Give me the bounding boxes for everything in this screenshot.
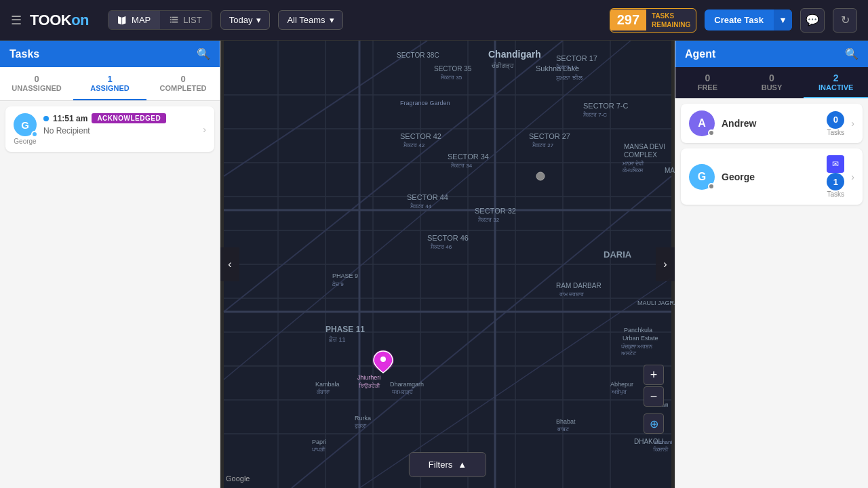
agent-message-icon[interactable]: ✉ <box>827 155 844 173</box>
app-logo: TOOKon <box>30 12 89 29</box>
filters-arrow-icon: ▲ <box>458 460 467 470</box>
svg-text:ਪਾਪੜੀ: ਪਾਪੜੀ <box>311 446 326 453</box>
svg-text:Urban Estate: Urban Estate <box>623 335 658 342</box>
svg-text:Dharamgarh: Dharamgarh <box>390 381 424 388</box>
svg-text:ਸੈਕਟਰ 27: ਸੈਕਟਰ 27 <box>532 142 554 148</box>
svg-text:ਸੈਕਟਰ 46: ਸੈਕਟਰ 46 <box>430 243 452 250</box>
chat-icon: 💬 <box>806 14 819 26</box>
svg-text:ਝਿਉੜਹੇੜੀ: ਝਿਉੜਹੇੜੀ <box>358 382 380 389</box>
tab-completed[interactable]: 0 COMPLETED <box>146 67 220 100</box>
svg-text:ਕਿਸ਼ਾਨੀ: ਕਿਸ਼ਾਨੀ <box>652 446 669 453</box>
svg-text:SECTOR 38C: SECTOR 38C <box>397 52 439 59</box>
svg-text:Fragrance Garden: Fragrance Garden <box>400 100 450 106</box>
task-expand-chevron[interactable]: › <box>203 124 206 135</box>
svg-text:ਸੈਕਟਰ 34: ਸੈਕਟਰ 34 <box>450 162 473 169</box>
svg-text:Papri: Papri <box>312 439 326 445</box>
svg-text:ਸੈਕਟਰ 35: ਸੈਕਟਰ 35 <box>440 74 462 81</box>
agent-tasks-badge: 0 Tasks <box>827 111 844 136</box>
tab-assigned[interactable]: 1 ASSIGNED <box>73 67 146 100</box>
svg-text:MAULI JAGRAN: MAULI JAGRAN <box>637 300 675 306</box>
agent-status-dot <box>708 183 715 190</box>
view-toggle: MAP LIST <box>108 10 212 30</box>
svg-text:PHASE 11: PHASE 11 <box>326 325 365 334</box>
map-nav-left-button[interactable]: ‹ <box>220 247 239 281</box>
tasks-remaining-label: TASKSREMAINING <box>646 9 696 32</box>
list-view-button[interactable]: LIST <box>160 11 211 29</box>
svg-text:SECTOR 46: SECTOR 46 <box>427 234 469 242</box>
agent-tasks-badge: ✉ 1 Tasks <box>827 155 844 198</box>
agent-tasks-label: Tasks <box>827 190 845 198</box>
map-container[interactable]: Sukhna Lake ਸੁਖ਼ਨਾ ਝੀਲ SECTOR 17 ਸੈਕਟਰ 1… <box>220 41 675 488</box>
svg-text:Bhabat: Bhabat <box>556 418 576 425</box>
agent-panel: Agent 🔍 0 FREE 0 BUSY 2 INACTIVE A <box>675 41 868 488</box>
agent-avatar-andrew: A <box>689 110 715 136</box>
map-zoom-controls: + − <box>644 365 664 407</box>
tasks-panel: Tasks 🔍 0 UNASSIGNED 1 ASSIGNED 0 COMPLE… <box>0 41 220 488</box>
logo-text: TOOKon <box>30 12 89 29</box>
main-layout: Tasks 🔍 0 UNASSIGNED 1 ASSIGNED 0 COMPLE… <box>0 41 868 488</box>
map-area: Sukhna Lake ਸੁਖ਼ਨਾ ਝੀਲ SECTOR 17 ਸੈਕਟਰ 1… <box>220 41 675 488</box>
svg-text:SECTOR 27: SECTOR 27 <box>529 132 570 140</box>
svg-text:ਸੈਕਟਰ 44: ਸੈਕਟਰ 44 <box>410 203 432 209</box>
tab-unassigned[interactable]: 0 UNASSIGNED <box>0 67 73 100</box>
svg-point-88 <box>380 357 386 362</box>
svg-text:Rurka: Rurka <box>355 415 371 422</box>
agent-tasks-count: 0 <box>827 111 844 129</box>
task-list: G George 11:51 am ACKNOWLEDGED No Recipi… <box>0 101 220 488</box>
filters-button[interactable]: Filters ▲ <box>409 452 486 477</box>
tasks-panel-title: Tasks <box>9 48 39 60</box>
svg-text:SECTOR 7-C: SECTOR 7-C <box>583 102 628 110</box>
zoom-in-button[interactable]: + <box>644 365 664 385</box>
svg-text:Abhepur: Abhepur <box>610 381 633 388</box>
map-svg: Sukhna Lake ਸੁਖ਼ਨਾ ਝੀਲ SECTOR 17 ਸੈਕਟਰ 1… <box>220 41 675 488</box>
all-teams-button[interactable]: All Teams ▾ <box>278 10 342 30</box>
agent-status-dot <box>708 129 715 136</box>
refresh-icon: ↻ <box>841 14 850 26</box>
locate-me-button[interactable]: ⊕ <box>644 413 664 434</box>
tasks-remaining-count: 297 <box>610 9 646 30</box>
agent-tabs: 0 FREE 0 BUSY 2 INACTIVE <box>675 67 868 98</box>
svg-text:ਚੰਡੀਗੜ੍ਹ: ਚੰਡੀਗੜ੍ਹ <box>491 62 514 70</box>
task-card[interactable]: G George 11:51 am ACKNOWLEDGED No Recipi… <box>5 106 214 152</box>
svg-text:SECTOR 17: SECTOR 17 <box>556 54 597 62</box>
svg-text:ਸੈਕਟਰ 17: ਸੈਕਟਰ 17 <box>555 64 578 70</box>
map-view-button[interactable]: MAP <box>108 11 160 29</box>
svg-text:SECTOR 32: SECTOR 32 <box>475 207 516 215</box>
task-info: 11:51 am ACKNOWLEDGED No Recipient <box>43 113 196 136</box>
hamburger-menu-icon[interactable]: ☰ <box>11 13 22 28</box>
tab-free-agents[interactable]: 0 FREE <box>675 67 740 98</box>
tasks-search-button[interactable]: 🔍 <box>197 47 210 60</box>
svg-text:SECTOR 44: SECTOR 44 <box>407 193 448 201</box>
chat-button[interactable]: 💬 <box>800 8 825 33</box>
svg-text:ਪੰਚਕੁਲਾ ਅਰਬਨ: ਪੰਚਕੁਲਾ ਅਰਬਨ <box>620 343 653 350</box>
agent-expand-chevron[interactable]: › <box>851 171 854 182</box>
svg-text:ਭਾਬਟ: ਭਾਬਟ <box>557 426 570 432</box>
create-task-button[interactable]: Create Task ▾ <box>705 9 792 30</box>
task-status-dot <box>43 116 49 121</box>
zoom-out-button[interactable]: − <box>644 386 664 407</box>
today-button[interactable]: Today ▾ <box>220 10 271 30</box>
agent-card[interactable]: G George ✉ 1 Tasks › <box>681 148 863 205</box>
svg-text:RAM DARBAR: RAM DARBAR <box>556 282 601 289</box>
svg-text:ਮਨਸਾ ਦੇਵੀ: ਮਨਸਾ ਦੇਵੀ <box>622 160 644 167</box>
agent-avatar-george: G <box>689 164 715 190</box>
topbar: ☰ TOOKon MAP LIST Today ▾ All Teams ▾ 29… <box>0 0 868 41</box>
svg-text:ਰੁੜਕਾ: ਰੁੜਕਾ <box>354 423 367 429</box>
refresh-button[interactable]: ↻ <box>833 8 857 33</box>
tasks-panel-header: Tasks 🔍 <box>0 41 220 67</box>
svg-text:SECTOR 42: SECTOR 42 <box>400 132 441 140</box>
agent-expand-chevron[interactable]: › <box>851 118 854 129</box>
map-nav-right-button[interactable]: › <box>656 247 675 281</box>
tasks-remaining-widget: 297 TASKSREMAINING <box>610 8 697 33</box>
tab-busy-agents[interactable]: 0 BUSY <box>740 67 804 98</box>
agent-list: A Andrew 0 Tasks › G George ✉ <box>675 98 868 488</box>
agent-search-button[interactable]: 🔍 <box>845 47 859 60</box>
svg-text:MANIMAJRA: MANIMAJRA <box>665 167 675 174</box>
create-task-dropdown-arrow[interactable]: ▾ <box>773 9 792 30</box>
tab-inactive-agents[interactable]: 2 INACTIVE <box>804 67 868 98</box>
task-status-badge: ACKNOWLEDGED <box>92 113 166 123</box>
svg-text:SECTOR 34: SECTOR 34 <box>448 152 489 161</box>
agent-card[interactable]: A Andrew 0 Tasks › <box>681 104 863 143</box>
task-agent-name: George <box>14 138 36 145</box>
google-attribution: Google <box>226 474 250 483</box>
